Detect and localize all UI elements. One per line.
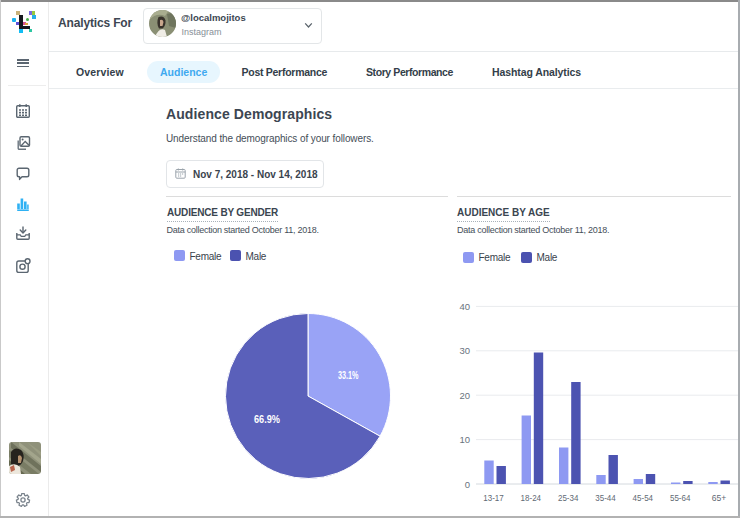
svg-text:10: 10 xyxy=(459,434,470,445)
svg-text:25-34: 25-34 xyxy=(558,493,579,503)
svg-text:30: 30 xyxy=(459,345,470,356)
svg-text:18-24: 18-24 xyxy=(521,493,542,503)
svg-text:13-17: 13-17 xyxy=(483,493,504,503)
svg-text:55-64: 55-64 xyxy=(670,493,691,503)
svg-text:66.9%: 66.9% xyxy=(254,413,281,425)
svg-text:40: 40 xyxy=(459,301,470,312)
svg-text:33.1%: 33.1% xyxy=(338,370,359,381)
svg-text:0: 0 xyxy=(465,479,470,490)
svg-text:35-44: 35-44 xyxy=(595,493,616,503)
svg-text:45-54: 45-54 xyxy=(633,493,654,503)
svg-text:20: 20 xyxy=(459,390,470,401)
svg-text:65+: 65+ xyxy=(712,493,727,503)
